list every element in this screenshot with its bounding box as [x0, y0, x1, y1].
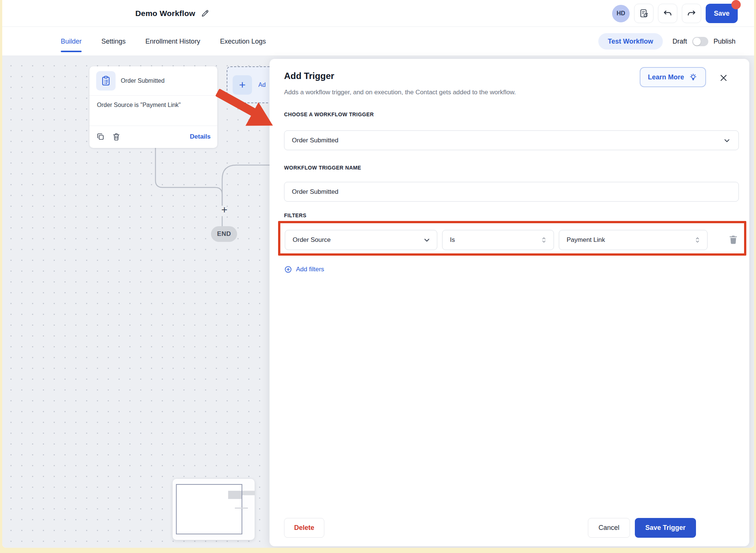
workflow-trigger-select[interactable]: Order Submitted	[284, 130, 739, 150]
tab-enrollment-history[interactable]: Enrollment History	[145, 27, 200, 56]
workflow-title: Demo Workflow	[135, 9, 195, 18]
publish-toggle[interactable]	[692, 37, 708, 46]
snapshot-button[interactable]	[634, 4, 653, 23]
avatar[interactable]: HD	[612, 5, 630, 22]
trigger-select-label: CHOOSE A WORKFLOW TRIGGER	[284, 111, 374, 117]
plus-icon: +	[233, 75, 252, 95]
tab-builder[interactable]: Builder	[61, 27, 82, 56]
filter-operator-select[interactable]: Is	[442, 230, 554, 250]
up-down-icon	[694, 236, 701, 244]
filter-field-select[interactable]: Order Source	[285, 230, 437, 250]
save-button[interactable]: Save	[706, 4, 738, 23]
trigger-card[interactable]: Order Submitted Order Source is "Payment…	[89, 66, 217, 148]
circle-plus-icon	[284, 265, 292, 274]
workflow-builder-screen: { "header": { "title": "Demo Workflow", …	[0, 0, 756, 553]
add-trigger-panel: Add Trigger Learn More Adds a workflow t…	[270, 59, 749, 546]
close-icon[interactable]	[719, 73, 728, 83]
add-step-plus[interactable]: +	[219, 204, 230, 215]
clipboard-icon-tile	[96, 71, 116, 91]
copy-icon[interactable]	[96, 132, 105, 141]
edit-title-pencil-icon[interactable]	[201, 9, 210, 18]
chevron-down-icon	[723, 136, 731, 145]
add-new-trigger-label: Ad	[258, 82, 266, 88]
minimap-node	[242, 491, 255, 495]
up-down-icon	[540, 236, 548, 244]
minimap-node	[228, 491, 242, 499]
tab-settings[interactable]: Settings	[101, 27, 126, 56]
top-header: Demo Workflow HD	[2, 0, 754, 27]
publish-label: Publish	[714, 38, 735, 45]
tab-bar: Builder Settings Enrollment History Exec…	[2, 27, 754, 56]
remove-filter-trash-icon[interactable]	[728, 234, 739, 245]
undo-icon	[662, 8, 673, 19]
filter-value-select[interactable]: Payment Link	[559, 230, 708, 250]
cancel-button[interactable]: Cancel	[588, 518, 630, 538]
trigger-select-value: Order Submitted	[292, 137, 338, 144]
delete-node-trash-icon[interactable]	[112, 132, 121, 141]
minimap[interactable]	[173, 479, 255, 540]
learn-more-button[interactable]: Learn More	[640, 67, 706, 87]
end-node: END	[211, 226, 237, 242]
undo-button[interactable]	[658, 4, 677, 23]
filter-row: Order Source Is Payment Link	[285, 230, 740, 250]
panel-description: Adds a workflow trigger, and on executio…	[284, 89, 516, 96]
filters-label: FILTERS	[284, 212, 306, 218]
trigger-name-label: WORKFLOW TRIGGER NAME	[284, 165, 361, 171]
app-window: Demo Workflow HD	[2, 0, 754, 548]
minimap-viewport[interactable]	[176, 484, 242, 534]
tab-execution-logs[interactable]: Execution Logs	[220, 27, 266, 56]
delete-trigger-button[interactable]: Delete	[284, 518, 324, 538]
redo-icon	[686, 8, 697, 19]
trigger-card-title: Order Submitted	[121, 78, 164, 84]
add-filters-link[interactable]: Add filters	[284, 265, 324, 274]
draft-label: Draft	[672, 38, 687, 45]
redo-button[interactable]	[682, 4, 701, 23]
trigger-name-input[interactable]	[284, 182, 739, 202]
details-link[interactable]: Details	[190, 133, 211, 140]
panel-title: Add Trigger	[284, 71, 334, 81]
minimap-connector	[235, 508, 248, 509]
clipboard-icon	[100, 75, 111, 86]
document-refresh-icon	[639, 8, 649, 19]
save-trigger-button[interactable]: Save Trigger	[635, 518, 696, 538]
test-workflow-button[interactable]: Test Workflow	[598, 33, 663, 50]
unsaved-changes-dot	[731, 0, 741, 9]
lightbulb-icon	[689, 73, 698, 82]
chevron-down-icon	[423, 236, 431, 244]
trigger-card-condition: Order Source is "Payment Link"	[89, 96, 217, 126]
